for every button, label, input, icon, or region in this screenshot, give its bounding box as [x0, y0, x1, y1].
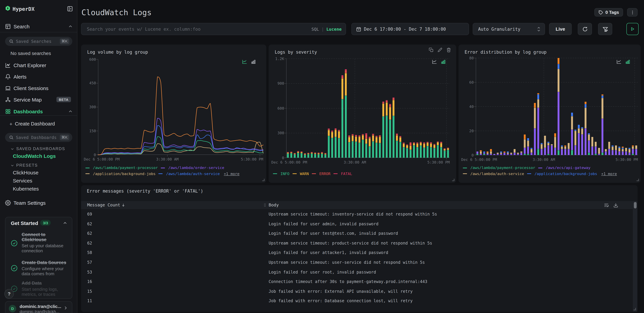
table-row[interactable]: 62Login failed for user admin, invalid p…	[81, 219, 635, 229]
service-map-icon	[5, 97, 11, 102]
table-row[interactable]: 69Upstream service timeout: inventory-se…	[81, 209, 635, 219]
legend-label: /aws/lambda/auth-service	[166, 171, 220, 176]
event-search-input[interactable]: Search your events w/ Lucene ex. column:…	[81, 23, 346, 35]
legend-item[interactable]: /application/background-jobs	[86, 171, 156, 176]
table-row[interactable]: 62Login failed for user test@test.com, i…	[81, 228, 635, 238]
legend-item[interactable]: /aws/lambda/order-service	[161, 165, 224, 170]
legend-more-link[interactable]: +1 more	[601, 171, 617, 176]
legend-item[interactable]: WARN	[292, 171, 309, 176]
preset-link-kubernetes[interactable]: Kubernetes	[0, 186, 77, 193]
logo-row: HyperDX	[0, 5, 77, 13]
help-button[interactable]: ?	[4, 289, 14, 299]
sidebar-collapse-icon[interactable]	[67, 6, 73, 12]
legend-more-link[interactable]: +1 more	[224, 171, 240, 176]
scrollbar-thumb[interactable]	[634, 202, 636, 208]
sidebar-item-client-sessions[interactable]: Client Sessions	[0, 83, 77, 93]
saved-dashboards-input[interactable]: Saved Dashboards ⌘K	[5, 133, 72, 142]
y-axis-label: 40	[459, 104, 474, 109]
get-started-item-title: Create Data Sources	[22, 260, 68, 265]
language-lucene[interactable]: Lucene	[326, 27, 342, 32]
download-icon[interactable]	[613, 203, 618, 208]
sidebar-item-label: Search	[14, 23, 30, 29]
chart-plot	[476, 58, 638, 155]
cell-body: Login failed for user attacker1, invalid…	[268, 250, 388, 255]
resize-handle[interactable]	[636, 179, 639, 181]
sidebar-item-team-settings[interactable]: Team Settings	[0, 198, 77, 207]
user-menu[interactable]: D dominic.tran@clic... dominic.tran@clic…	[5, 301, 72, 313]
filter-button[interactable]	[598, 23, 612, 35]
y-axis-label: 0	[269, 156, 284, 160]
table-row[interactable]: 57Upstream service timeout: user-service…	[81, 257, 635, 267]
sidebar-item-chart-explorer[interactable]: Chart Explorer	[0, 60, 77, 70]
query-language-toggle[interactable]: SQL|Lucene	[311, 27, 342, 32]
sidebar-item-service-map[interactable]: Service Map BETA	[0, 95, 77, 104]
tags-button[interactable]: 0 Tags	[594, 8, 623, 16]
legend-item[interactable]: /aws/lambda/auth-service	[463, 171, 524, 176]
legend-item[interactable]: /aws/ecs/api-gateway	[538, 165, 590, 170]
legend-item[interactable]: /application/background-jobs	[527, 171, 597, 176]
create-dashboard-button[interactable]: + Create Dashboard	[0, 120, 77, 128]
column-header-message-count[interactable]: Message Count	[87, 202, 125, 207]
x-axis-label: Dec 6 5:00:00 PM	[84, 157, 120, 161]
preset-link-services[interactable]: Services	[0, 178, 77, 184]
legend-item[interactable]: INFO	[273, 171, 290, 176]
legend-item[interactable]: /aws/lambda/auth-service	[159, 171, 220, 176]
table-row[interactable]: 11Job failed with error: Database connec…	[81, 296, 635, 306]
get-started-item-body: Connect to ClickHouse Set up your databa…	[22, 232, 68, 253]
legend-item[interactable]: ERROR	[312, 171, 330, 176]
chart-legend: /aws/lambda/payment-processor/aws/ecs/ap…	[463, 165, 590, 170]
resize-handle[interactable]	[634, 308, 636, 310]
chevron-up-icon[interactable]	[68, 109, 73, 114]
wrap-lines-icon[interactable]	[604, 203, 609, 208]
x-axis-label: 5:30:00 PM	[570, 157, 638, 162]
table-header: Message Count Body	[81, 201, 637, 209]
sidebar-item-dashboards[interactable]: Dashboards	[0, 107, 77, 116]
preset-link-label: Kubernetes	[13, 186, 39, 192]
run-query-button[interactable]	[626, 23, 638, 35]
resize-handle[interactable]	[262, 179, 264, 181]
section-saved-dashboards[interactable]: SAVED DASHBOARDS	[0, 146, 77, 152]
legend-item[interactable]: /aws/lambda/payment-processor	[463, 165, 535, 170]
preset-link-label: ClickHouse	[13, 170, 38, 175]
sidebar-item-search[interactable]: Search	[0, 21, 77, 31]
chevron-up-icon[interactable]	[63, 221, 67, 225]
more-actions-button[interactable]	[627, 8, 638, 16]
chevron-up-icon[interactable]	[68, 24, 73, 28]
time-range-picker[interactable]: Dec 6 17:00:00 - Dec 7 18:00:00	[352, 23, 469, 35]
table-row[interactable]: 58Login failed for user attacker1, inval…	[81, 248, 635, 258]
live-button[interactable]: Live	[549, 23, 572, 35]
get-started-item[interactable]: Create Data Sources Configure where your…	[11, 260, 68, 276]
table-row[interactable]: 16Connection timeout after 30s to paymen…	[81, 277, 635, 286]
x-axis-label: 5:30:00 PM	[382, 160, 450, 164]
section-label: PRESETS	[16, 163, 38, 168]
user-name: dominic.tran@clic...	[20, 304, 61, 309]
saved-searches-input[interactable]: Saved Searches ⌘K	[5, 37, 72, 46]
get-started-item[interactable]: Add Data Start sending logs, metrics, or…	[11, 281, 68, 297]
table-row[interactable]: 53Login failed for user root, invalid pa…	[81, 267, 635, 277]
legend-item[interactable]: FATAL	[334, 171, 352, 176]
check-circle-icon	[11, 240, 18, 247]
delete-icon[interactable]	[446, 48, 451, 52]
edit-icon[interactable]	[438, 48, 442, 52]
resize-handle[interactable]	[452, 179, 454, 181]
get-started-item-title: Add Data	[22, 281, 68, 286]
legend-label: /application/background-jobs	[93, 171, 156, 176]
section-presets[interactable]: PRESETS	[0, 162, 77, 168]
get-started-item[interactable]: Connect to ClickHouse Set up your databa…	[11, 232, 68, 254]
cell-body: Upstream service timeout: inventory-serv…	[268, 212, 437, 217]
refresh-button[interactable]	[578, 23, 592, 35]
granularity-select[interactable]: Auto Granularity	[473, 23, 545, 35]
dashboard-link-cloudwatch-logs[interactable]: CloudWatch Logs	[0, 153, 77, 160]
duplicate-icon[interactable]	[429, 48, 434, 52]
legend-item[interactable]: /aws/lambda/payment-processor	[86, 165, 158, 170]
sidebar-item-alerts[interactable]: Alerts	[0, 72, 77, 81]
column-header-body[interactable]: Body	[263, 202, 279, 207]
live-button-label: Live	[556, 26, 565, 32]
beta-badge: BETA	[56, 97, 71, 102]
preset-link-clickhouse[interactable]: ClickHouse	[0, 170, 77, 176]
y-axis-label: 450	[81, 81, 96, 86]
cell-body: Connection timeout after 30s to payment-…	[268, 279, 427, 284]
table-row[interactable]: 62Upstream service timeout: product-serv…	[81, 238, 635, 248]
table-row[interactable]: 15Job failed with error: External API un…	[81, 286, 635, 296]
language-sql[interactable]: SQL	[311, 27, 319, 32]
